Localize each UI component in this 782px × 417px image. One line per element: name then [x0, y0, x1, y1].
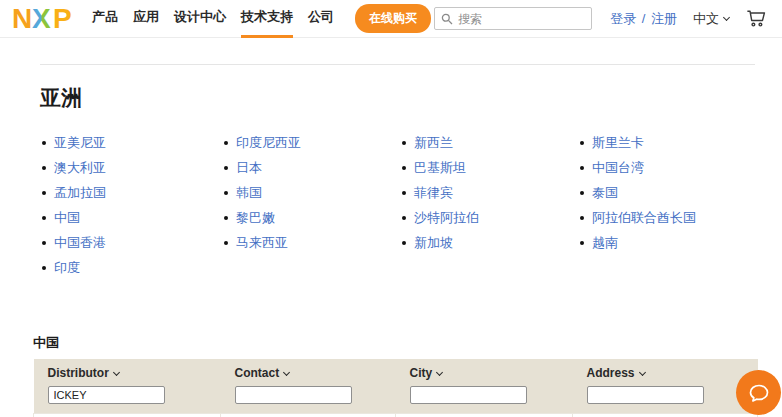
distributor-section: 中国 Distributor Contact City Address [33, 334, 757, 417]
region-column-2: 印度尼西亚 日本 韩国 黎巴嫩 马来西亚 [222, 135, 400, 285]
region-link[interactable]: 澳大利亚 [54, 160, 106, 175]
region-link[interactable]: 印度 [54, 260, 80, 275]
column-header-address[interactable]: Address [573, 359, 758, 385]
address-cell: 13th Floor, No. 9, Lane 237, Qianfan Roa… [573, 414, 758, 417]
region-link[interactable]: 中国香港 [54, 235, 106, 250]
chat-bubble-icon [747, 381, 771, 405]
list-item: 印度 [40, 260, 222, 275]
list-item: 越南 [578, 235, 768, 250]
top-navbar: N X P 产品 应用 设计中心 技术支持 公司 在线购买 登录 / 注册 中文 [0, 0, 782, 38]
page-title: 亚洲 [40, 84, 782, 112]
region-link[interactable]: 新加坡 [414, 235, 453, 250]
list-item: 菲律宾 [400, 185, 578, 200]
sort-chevron-icon [436, 369, 443, 376]
nxp-logo[interactable]: N X P [12, 5, 78, 32]
sort-chevron-icon [113, 369, 120, 376]
region-link[interactable]: 泰国 [592, 185, 618, 200]
filter-address-input[interactable] [587, 386, 704, 404]
list-item: 泰国 [578, 185, 768, 200]
column-label: City [410, 366, 433, 380]
region-link[interactable]: 黎巴嫩 [236, 210, 275, 225]
table-row: ICkey zhuliang@ickey.cn Shanghai 13th Fl… [34, 414, 758, 417]
region-link[interactable]: 越南 [592, 235, 618, 250]
region-link[interactable]: 斯里兰卡 [592, 135, 644, 150]
list-item: 日本 [222, 160, 400, 175]
region-link[interactable]: 孟加拉国 [54, 185, 106, 200]
svg-text:X: X [32, 5, 51, 32]
region-link[interactable]: 日本 [236, 160, 262, 175]
sort-chevron-icon [283, 369, 290, 376]
search-box[interactable] [434, 7, 592, 30]
auth-separator: / [642, 11, 646, 26]
list-item: 韩国 [222, 185, 400, 200]
region-link[interactable]: 中国 [54, 210, 80, 225]
language-label: 中文 [693, 10, 719, 28]
distributor-table: Distributor Contact City Address ICkey [33, 359, 758, 417]
table-header-row: Distributor Contact City Address [34, 359, 758, 385]
nav-item-support[interactable]: 技术支持 [241, 0, 293, 38]
buy-online-button[interactable]: 在线购买 [355, 4, 431, 33]
list-item: 孟加拉国 [40, 185, 222, 200]
nav-item-products[interactable]: 产品 [92, 0, 118, 38]
table-filter-row [34, 385, 758, 414]
list-item: 新加坡 [400, 235, 578, 250]
list-item: 黎巴嫩 [222, 210, 400, 225]
list-item: 巴基斯坦 [400, 160, 578, 175]
svg-text:N: N [12, 5, 32, 32]
filter-distributor-input[interactable] [48, 386, 165, 404]
search-icon [441, 13, 453, 25]
nav-item-company[interactable]: 公司 [308, 0, 334, 38]
region-column-1: 亚美尼亚 澳大利亚 孟加拉国 中国 中国香港 印度 [40, 135, 222, 285]
login-link[interactable]: 登录 [610, 11, 636, 26]
region-column-4: 斯里兰卡 中国台湾 泰国 阿拉伯联合酋长国 越南 [578, 135, 768, 285]
list-item: 中国 [40, 210, 222, 225]
cart-icon [744, 7, 768, 30]
list-item: 阿拉伯联合酋长国 [578, 210, 768, 225]
city-cell: Shanghai [396, 414, 573, 417]
list-item: 中国台湾 [578, 160, 768, 175]
svg-text:P: P [53, 5, 72, 32]
region-link[interactable]: 巴基斯坦 [414, 160, 466, 175]
nav-item-applications[interactable]: 应用 [133, 0, 159, 38]
region-link[interactable]: 沙特阿拉伯 [414, 210, 479, 225]
list-item: 澳大利亚 [40, 160, 222, 175]
main-content: 亚洲 亚美尼亚 澳大利亚 孟加拉国 中国 中国香港 印度 印度尼西亚 日本 韩国… [0, 64, 782, 417]
filter-contact-input[interactable] [235, 386, 352, 404]
list-item: 印度尼西亚 [222, 135, 400, 150]
region-column-3: 新西兰 巴基斯坦 菲律宾 沙特阿拉伯 新加坡 [400, 135, 578, 285]
region-link[interactable]: 印度尼西亚 [236, 135, 301, 150]
region-link[interactable]: 亚美尼亚 [54, 135, 106, 150]
column-header-contact[interactable]: Contact [221, 359, 396, 385]
column-header-distributor[interactable]: Distributor [34, 359, 221, 385]
list-item: 中国香港 [40, 235, 222, 250]
column-label: Contact [235, 366, 280, 380]
region-link[interactable]: 阿拉伯联合酋长国 [592, 210, 696, 225]
search-input[interactable] [458, 12, 585, 26]
list-item: 马来西亚 [222, 235, 400, 250]
language-selector[interactable]: 中文 [693, 10, 729, 28]
auth-links: 登录 / 注册 [610, 10, 677, 28]
chevron-down-icon [723, 13, 730, 20]
distributor-cell: ICkey [34, 414, 221, 417]
list-item: 新西兰 [400, 135, 578, 150]
filter-city-input[interactable] [410, 386, 527, 404]
column-header-city[interactable]: City [396, 359, 573, 385]
region-link[interactable]: 马来西亚 [236, 235, 288, 250]
list-item: 沙特阿拉伯 [400, 210, 578, 225]
chat-button[interactable] [736, 370, 781, 415]
list-item: 亚美尼亚 [40, 135, 222, 150]
cart-button[interactable] [744, 7, 768, 30]
region-link[interactable]: 新西兰 [414, 135, 453, 150]
list-item: 斯里兰卡 [578, 135, 768, 150]
country-section-title: 中国 [33, 334, 757, 352]
region-link[interactable]: 中国台湾 [592, 160, 644, 175]
main-nav: 产品 应用 设计中心 技术支持 公司 [92, 0, 349, 37]
region-link[interactable]: 韩国 [236, 185, 262, 200]
column-label: Distributor [48, 366, 109, 380]
nav-item-design-center[interactable]: 设计中心 [174, 0, 226, 38]
region-link[interactable]: 菲律宾 [414, 185, 453, 200]
column-label: Address [587, 366, 635, 380]
content-divider [40, 64, 755, 65]
contact-cell: zhuliang@ickey.cn [221, 414, 396, 417]
register-link[interactable]: 注册 [651, 11, 677, 26]
